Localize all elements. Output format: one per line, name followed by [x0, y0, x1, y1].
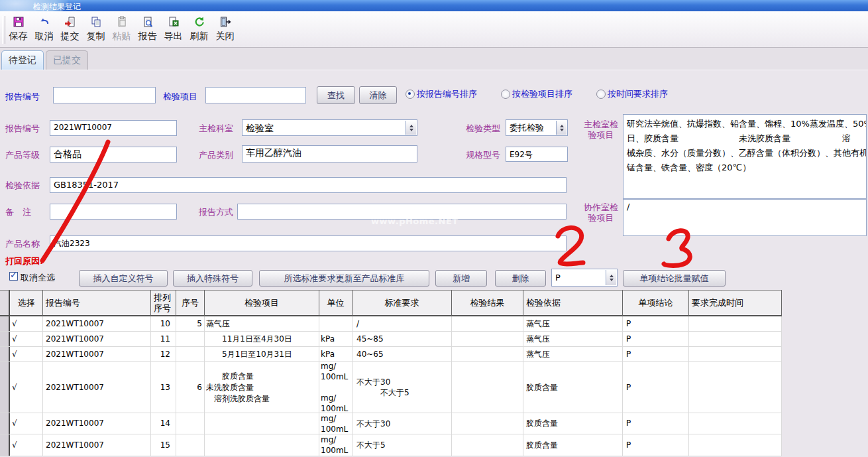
cell-standard-req[interactable]: / — [353, 316, 452, 331]
row-header[interactable] — [0, 362, 10, 413]
sort-option-2[interactable]: 按检验项目排序 — [501, 88, 572, 100]
cell-unit[interactable]: mg/ 100mL — [319, 434, 353, 456]
cell-unit[interactable]: kPa — [319, 332, 353, 346]
cell-select[interactable]: √ — [10, 316, 43, 331]
row-header[interactable] — [0, 347, 10, 361]
cell-result[interactable] — [452, 362, 523, 413]
cell-due-time[interactable] — [689, 316, 782, 331]
cell-seq-no[interactable] — [176, 347, 205, 361]
cell-report-no[interactable]: 2021WT10007 — [43, 413, 151, 434]
filter-item-input[interactable] — [205, 87, 306, 103]
sort-option-3[interactable]: 按时间要求排序 — [596, 88, 668, 100]
cell-due-time[interactable] — [689, 332, 782, 346]
cell-select[interactable]: √ — [10, 434, 43, 456]
cell-item[interactable] — [205, 434, 319, 456]
toolbar-button-export[interactable]: 导出 — [160, 13, 186, 46]
col-header-conclusion[interactable]: 单项结论 — [623, 290, 689, 316]
cell-basis[interactable]: 胶质含量 — [523, 413, 623, 434]
radio-button-icon[interactable] — [406, 90, 415, 99]
spinner-icon[interactable] — [606, 270, 616, 285]
cell-unit[interactable]: mg/ 100mL — [319, 413, 353, 434]
cell-result[interactable] — [452, 332, 523, 346]
find-button[interactable]: 查找 — [317, 86, 355, 104]
cell-report-no[interactable]: 2021WT10007 — [43, 362, 151, 413]
product-type-input[interactable]: 车用乙醇汽油 — [242, 145, 417, 163]
cell-seq-no[interactable]: 5 — [176, 316, 205, 331]
cell-item[interactable]: 蒸气压 — [205, 316, 319, 331]
cell-conclusion[interactable]: P — [623, 347, 689, 361]
cell-basis[interactable]: 胶质含量 — [523, 434, 623, 456]
radio-button-icon[interactable] — [501, 90, 510, 99]
cell-due-time[interactable] — [689, 347, 782, 361]
cell-order-no[interactable]: 15 — [151, 434, 176, 456]
cell-seq-no[interactable] — [176, 434, 205, 456]
cell-select[interactable]: √ — [10, 362, 43, 413]
toolbar-button-report[interactable]: 报告 — [135, 13, 160, 46]
cell-unit[interactable]: kPa — [319, 347, 353, 361]
cell-conclusion[interactable]: P — [623, 413, 689, 434]
col-header-order-no[interactable]: 排列序号 — [151, 290, 176, 316]
toolbar-button-refresh[interactable]: 刷新 — [186, 13, 212, 46]
tab-submitted[interactable]: 已提交 — [46, 50, 88, 70]
cell-order-no[interactable]: 10 — [151, 316, 176, 331]
uncheck-all-checkbox[interactable]: ✓ — [9, 272, 18, 281]
cell-due-time[interactable] — [689, 434, 782, 456]
cell-unit[interactable]: mg/ 100mL mg/ 100mL — [319, 362, 353, 413]
col-header-result[interactable]: 检验结果 — [452, 290, 523, 316]
cell-standard-req[interactable]: 不大于30 — [353, 413, 452, 434]
table-row[interactable]: √2021WT10007136 胶质含量 未洗胶质含量 溶剂洗胶质含量mg/ 1… — [0, 362, 782, 413]
cell-report-no[interactable]: 2021WT10007 — [43, 434, 151, 456]
cell-order-no[interactable]: 13 — [151, 362, 176, 413]
table-row[interactable]: √2021WT1000711 11月1日至4月30日kPa45~85蒸气压P — [0, 332, 782, 347]
filter-report-no-input[interactable] — [53, 87, 156, 103]
inspect-basis-input[interactable]: GB18351-2017 — [50, 177, 567, 193]
radio-button-icon[interactable] — [596, 90, 606, 99]
cell-order-no[interactable]: 14 — [151, 413, 176, 434]
toolbar-button-save[interactable]: 保存 — [5, 13, 31, 46]
update-standard-library-button[interactable]: 所选标准要求更新至产品标准库 — [259, 270, 429, 287]
cell-basis[interactable]: 胶质含量 — [523, 362, 623, 413]
row-header[interactable] — [0, 316, 10, 331]
cell-item[interactable]: 5月1日至10月31日 — [205, 347, 319, 361]
col-header-standard-req[interactable]: 标准要求 — [353, 290, 452, 316]
cell-basis[interactable]: 蒸气压 — [523, 316, 623, 331]
main-items-textarea[interactable]: 研究法辛烷值、抗爆指数、铅含量、馏程、10%蒸发温度、50%蒸 日、胶质含量 未… — [623, 114, 867, 199]
toolbar-button-submit[interactable]: 提交 — [57, 13, 83, 46]
report-no-input[interactable]: 2021WT10007 — [50, 120, 177, 136]
cell-seq-no[interactable] — [176, 413, 205, 434]
col-header-seq-no[interactable]: 序号 — [176, 290, 205, 316]
row-header[interactable] — [0, 413, 10, 434]
cell-seq-no[interactable] — [176, 332, 205, 346]
table-row[interactable]: √2021WT10007105蒸气压/蒸气压P — [0, 316, 782, 332]
cell-due-time[interactable] — [689, 413, 782, 434]
toolbar-button-cancel[interactable]: 取消 — [31, 13, 57, 46]
cell-report-no[interactable]: 2021WT10007 — [43, 347, 151, 361]
cell-result[interactable] — [452, 434, 523, 456]
col-header-select[interactable]: 选择 — [10, 290, 43, 316]
product-name-input[interactable]: 汽油2323 — [50, 235, 567, 251]
batch-assign-conclusion-button[interactable]: 单项结论批量赋值 — [623, 270, 726, 287]
conclusion-select[interactable]: P — [551, 269, 618, 287]
cell-select[interactable]: √ — [10, 332, 43, 346]
toolbar-button-copy[interactable]: 复制 — [83, 13, 109, 46]
col-header-item[interactable]: 检验项目 — [205, 290, 319, 316]
toolbar-button-close[interactable]: 关闭 — [212, 13, 238, 46]
cell-conclusion[interactable]: P — [623, 332, 689, 346]
table-row[interactable]: √2021WT1000715mg/ 100mL不大于5胶质含量P — [0, 434, 782, 456]
cell-order-no[interactable]: 11 — [151, 332, 176, 346]
insert-special-symbol-button[interactable]: 插入特殊符号 — [173, 270, 252, 287]
row-header[interactable] — [0, 332, 10, 346]
cell-basis[interactable]: 蒸气压 — [523, 332, 623, 346]
col-header-due-time[interactable]: 要求完成时间 — [689, 290, 782, 316]
cell-order-no[interactable]: 12 — [151, 347, 176, 361]
add-button[interactable]: 新增 — [435, 270, 487, 287]
spinner-icon[interactable] — [556, 121, 567, 135]
table-row[interactable]: √2021WT1000712 5月1日至10月31日kPa40~65蒸气压P — [0, 347, 782, 362]
inspect-type-select[interactable]: 委托检验 — [506, 119, 568, 136]
tab-pending[interactable]: 待登记 — [1, 50, 44, 70]
clear-button[interactable]: 清除 — [359, 86, 397, 104]
cell-conclusion[interactable]: P — [623, 362, 689, 413]
col-header-report-no[interactable]: 报告编号 — [43, 290, 151, 316]
cell-standard-req[interactable]: 40~65 — [353, 347, 452, 361]
delete-button[interactable]: 删除 — [495, 270, 546, 287]
